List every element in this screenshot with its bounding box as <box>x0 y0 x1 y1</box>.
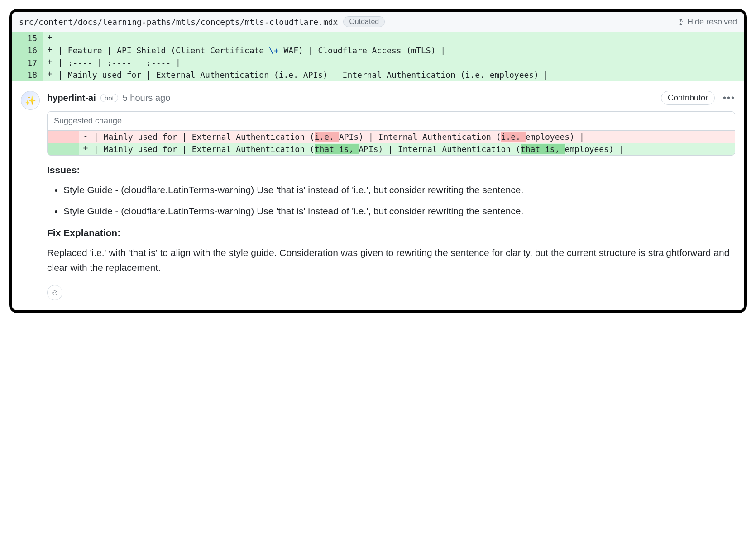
diff-line[interactable]: 15+ <box>12 32 744 44</box>
diff-marker: + <box>43 32 56 44</box>
diff-hunk: 15+16+| Feature | API Shield (Client Cer… <box>12 32 744 81</box>
comment-timestamp[interactable]: 5 hours ago <box>123 93 171 103</box>
code-content: | Mainly used for | External Authenticat… <box>92 143 735 155</box>
suggestion-box: Suggested change -| Mainly used for | Ex… <box>47 111 735 156</box>
line-number[interactable]: 17 <box>12 57 43 69</box>
hide-resolved-label: Hide resolved <box>687 17 737 27</box>
code-content: | Mainly used for | External Authenticat… <box>92 131 735 143</box>
code-content[interactable]: | Mainly used for | External Authenticat… <box>56 69 744 81</box>
issue-item: Style Guide - (cloudflare.LatinTerms-war… <box>63 183 735 198</box>
suggestion-line: -| Mainly used for | External Authentica… <box>48 131 735 143</box>
issues-list: Style Guide - (cloudflare.LatinTerms-war… <box>47 183 735 218</box>
code-content[interactable] <box>56 32 744 44</box>
diff-marker: + <box>43 69 56 81</box>
review-comment: ✨ hyperlint-ai bot 5 hours ago Contribut… <box>12 81 744 310</box>
add-reaction-button[interactable]: ☺ <box>47 285 62 300</box>
fix-heading: Fix Explanation: <box>47 228 735 238</box>
outdated-badge: Outdated <box>343 16 385 27</box>
avatar[interactable]: ✨ <box>21 91 40 110</box>
fix-explanation: Replaced 'i.e.' with 'that is' to align … <box>47 246 735 275</box>
issue-item: Style Guide - (cloudflare.LatinTerms-war… <box>63 204 735 219</box>
bot-badge: bot <box>100 94 118 102</box>
diff-marker: + <box>79 143 92 155</box>
line-number[interactable]: 16 <box>12 44 43 57</box>
suggestion-diff: -| Mainly used for | External Authentica… <box>48 131 735 155</box>
file-path[interactable]: src/content/docs/learning-paths/mtls/con… <box>19 17 338 27</box>
comment-menu-icon[interactable]: ••• <box>723 93 735 103</box>
hide-resolved-toggle[interactable]: ▾⋯▴ Hide resolved <box>678 17 737 27</box>
file-header: src/content/docs/learning-paths/mtls/con… <box>12 12 744 32</box>
diff-line[interactable]: 16+| Feature | API Shield (Client Certif… <box>12 44 744 57</box>
smiley-icon: ☺ <box>51 288 59 298</box>
issues-heading: Issues: <box>47 165 735 175</box>
diff-line[interactable]: 17+| :---- | :---- | :---- | <box>12 57 744 69</box>
suggestion-label: Suggested change <box>48 112 735 131</box>
code-content[interactable]: | :---- | :---- | :---- | <box>56 57 744 69</box>
line-number <box>48 143 79 155</box>
diff-marker: + <box>43 44 56 57</box>
line-number <box>48 131 79 143</box>
line-number[interactable]: 18 <box>12 69 43 81</box>
contributor-badge: Contributor <box>661 91 715 105</box>
unfold-icon: ▾⋯▴ <box>678 19 684 24</box>
comment-author[interactable]: hyperlint-ai <box>47 93 96 103</box>
diff-line[interactable]: 18+| Mainly used for | External Authenti… <box>12 69 744 81</box>
diff-marker: + <box>43 57 56 69</box>
line-number[interactable]: 15 <box>12 32 43 44</box>
review-comment-card: src/content/docs/learning-paths/mtls/con… <box>9 9 747 313</box>
diff-marker: - <box>79 131 92 143</box>
code-content[interactable]: | Feature | API Shield (Client Certifica… <box>56 44 744 57</box>
suggestion-line: +| Mainly used for | External Authentica… <box>48 143 735 155</box>
